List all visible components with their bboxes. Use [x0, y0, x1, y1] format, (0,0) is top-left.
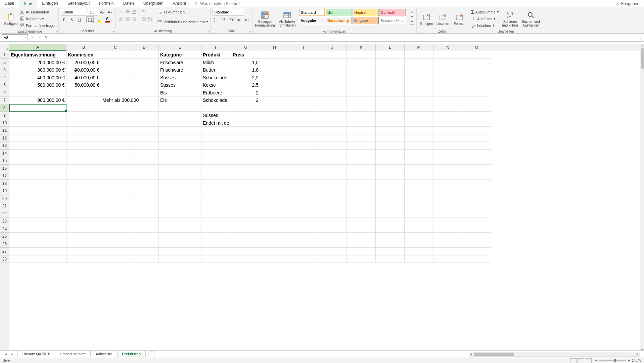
- cell-C19[interactable]: [101, 187, 130, 195]
- cell-A15[interactable]: [9, 157, 66, 165]
- cell-I15[interactable]: [289, 157, 318, 165]
- cell-N10[interactable]: [433, 119, 462, 127]
- vertical-scrollbar[interactable]: ▲ ▼: [640, 44, 644, 352]
- cell-L17[interactable]: [376, 172, 405, 180]
- cell-I1[interactable]: [289, 51, 318, 59]
- cell-L28[interactable]: [376, 255, 405, 263]
- cell-H8[interactable]: [260, 104, 289, 112]
- cell-K8[interactable]: [347, 104, 376, 112]
- percent-format-button[interactable]: %: [220, 16, 227, 23]
- cell-M7[interactable]: [405, 96, 433, 104]
- cell-E15[interactable]: [159, 157, 201, 165]
- cell-A2[interactable]: 200.000,00 €: [9, 59, 66, 67]
- spreadsheet-grid[interactable]: ABCDEFGHIJKLMNO 123456789101112131415161…: [0, 44, 644, 352]
- cell-K17[interactable]: [347, 172, 376, 180]
- cell-M8[interactable]: [405, 104, 433, 112]
- cell-M21[interactable]: [405, 202, 433, 210]
- cell-N25[interactable]: [433, 233, 462, 240]
- cell-C13[interactable]: [101, 142, 130, 150]
- cell-I24[interactable]: [289, 225, 318, 233]
- cell-H23[interactable]: [260, 217, 289, 225]
- cell-A5[interactable]: 500.000,00 €: [9, 81, 66, 89]
- cell-I16[interactable]: [289, 165, 318, 172]
- cell-B15[interactable]: [66, 157, 101, 165]
- cell-O7[interactable]: [462, 96, 491, 104]
- cell-O24[interactable]: [462, 225, 491, 233]
- cell-F27[interactable]: [201, 248, 231, 255]
- cell-F28[interactable]: [201, 255, 231, 263]
- cell-C12[interactable]: [101, 134, 130, 142]
- cell-N3[interactable]: [433, 66, 462, 74]
- cell-C27[interactable]: [101, 248, 130, 255]
- row-headers[interactable]: 1234567891011121314151617181920212223242…: [0, 51, 9, 352]
- cell-D2[interactable]: [130, 59, 159, 67]
- cell-K7[interactable]: [347, 96, 376, 104]
- format-as-table-button[interactable]: Als Tabelle formatieren: [277, 9, 297, 30]
- cell-O22[interactable]: [462, 210, 491, 218]
- cell-L9[interactable]: [376, 112, 405, 119]
- cell-A21[interactable]: [9, 202, 66, 210]
- cell-I18[interactable]: [289, 180, 318, 188]
- cell-B16[interactable]: [66, 165, 101, 172]
- cell-C28[interactable]: [101, 255, 130, 263]
- cell-A12[interactable]: [9, 134, 66, 142]
- cell-E4[interactable]: Süsses: [159, 74, 201, 82]
- cancel-formula-button[interactable]: ✕: [31, 35, 35, 40]
- cell-L16[interactable]: [376, 165, 405, 172]
- cell-L25[interactable]: [376, 233, 405, 240]
- cell-G25[interactable]: [231, 233, 260, 240]
- row-header-20[interactable]: 20: [0, 195, 9, 203]
- cell-M3[interactable]: [405, 66, 433, 74]
- cell-E17[interactable]: [159, 172, 201, 180]
- fx-icon[interactable]: fx: [45, 35, 48, 40]
- cell-D10[interactable]: [130, 119, 159, 127]
- cell-A13[interactable]: [9, 142, 66, 150]
- cell-G22[interactable]: [231, 210, 260, 218]
- cell-B28[interactable]: [66, 255, 101, 263]
- cell-D1[interactable]: [130, 51, 159, 59]
- cell-L7[interactable]: [376, 96, 405, 104]
- cell-C10[interactable]: [101, 119, 130, 127]
- cell-G26[interactable]: [231, 240, 260, 248]
- cell-L13[interactable]: [376, 142, 405, 150]
- cell-B12[interactable]: [66, 134, 101, 142]
- col-header-K[interactable]: K: [347, 44, 376, 51]
- cell-F18[interactable]: [201, 180, 231, 188]
- cell-L27[interactable]: [376, 248, 405, 255]
- font-color-button[interactable]: A: [104, 16, 113, 23]
- cell-O26[interactable]: [462, 240, 491, 248]
- cell-I8[interactable]: [289, 104, 318, 112]
- cell-F10[interactable]: Endet mit de: [201, 119, 231, 127]
- cell-N13[interactable]: [433, 142, 462, 150]
- cell-D17[interactable]: [130, 172, 159, 180]
- cell-D25[interactable]: [130, 233, 159, 240]
- cell-O8[interactable]: [462, 104, 491, 112]
- cell-E12[interactable]: [159, 134, 201, 142]
- row-header-27[interactable]: 27: [0, 248, 9, 255]
- cell-B18[interactable]: [66, 180, 101, 188]
- clear-button[interactable]: Löschen ▾: [471, 22, 499, 29]
- cell-H10[interactable]: [260, 119, 289, 127]
- cell-G17[interactable]: [231, 172, 260, 180]
- cell-L8[interactable]: [376, 104, 405, 112]
- tab-ansicht[interactable]: Ansicht: [168, 0, 191, 7]
- row-header-3[interactable]: 3: [0, 66, 9, 74]
- cell-B26[interactable]: [66, 240, 101, 248]
- cell-H14[interactable]: [260, 150, 289, 157]
- cell-M22[interactable]: [405, 210, 433, 218]
- cell-I21[interactable]: [289, 202, 318, 210]
- cell-B11[interactable]: [66, 127, 101, 134]
- row-header-7[interactable]: 7: [0, 96, 9, 104]
- cell-K25[interactable]: [347, 233, 376, 240]
- row-header-17[interactable]: 17: [0, 172, 9, 180]
- cell-C18[interactable]: [101, 180, 130, 188]
- style-gut[interactable]: Gut: [326, 9, 352, 16]
- cell-E13[interactable]: [159, 142, 201, 150]
- cell-M10[interactable]: [405, 119, 433, 127]
- cell-F8[interactable]: [201, 104, 231, 112]
- cell-J20[interactable]: [318, 195, 347, 203]
- cell-F7[interactable]: Schokolade: [201, 96, 231, 104]
- cell-I5[interactable]: [289, 81, 318, 89]
- cell-M28[interactable]: [405, 255, 433, 263]
- normal-view-button[interactable]: [570, 358, 577, 363]
